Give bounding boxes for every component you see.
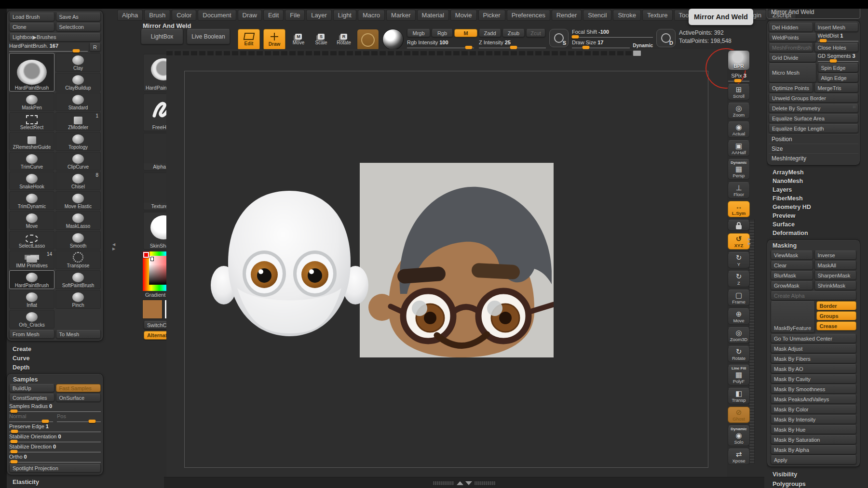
- ortho-slider[interactable]: Ortho0: [9, 454, 101, 464]
- masking-button[interactable]: Mask By Saturation: [771, 435, 856, 444]
- focal-shift-icon-button[interactable]: S: [549, 29, 569, 47]
- rgb-button[interactable]: Rgb: [432, 29, 453, 37]
- masking-title[interactable]: Masking: [771, 242, 856, 250]
- masking-button[interactable]: Mask PeaksAndValleys: [771, 395, 856, 404]
- shelf-button[interactable]: ↻ Y: [728, 252, 750, 268]
- grow-mask-button[interactable]: GrowMask: [771, 281, 813, 290]
- move-button[interactable]: M Move: [289, 29, 308, 50]
- clone-button[interactable]: Clone: [9, 23, 54, 31]
- section-header[interactable]: ArrayMesh: [767, 168, 860, 177]
- left-tray-divider-arrows[interactable]: ◀▶: [112, 242, 115, 251]
- section-header[interactable]: Geometry HD: [767, 203, 860, 211]
- shelf-button[interactable]: ⊕ Move: [728, 308, 750, 325]
- zsub-button[interactable]: Zsub: [502, 29, 525, 37]
- spin-edge-button[interactable]: Spin Edge: [818, 63, 859, 72]
- brush-item[interactable]: Transpose: [55, 251, 101, 269]
- brush-item[interactable]: TrimCurve: [9, 152, 54, 171]
- stabilize-orientation-slider[interactable]: Stabilize Orientation0: [9, 434, 101, 444]
- preserve-edge-slider[interactable]: Preserve Edge1: [9, 423, 101, 434]
- menu-item[interactable]: Texture: [642, 10, 673, 21]
- samples-title[interactable]: Samples: [9, 376, 101, 383]
- unweld-groups-border-button[interactable]: Unweld Groups Border: [769, 93, 858, 103]
- sharpen-mask-button[interactable]: SharpenMask: [814, 271, 857, 280]
- masking-button[interactable]: Mask Adjust: [771, 344, 856, 353]
- menu-item[interactable]: Layer: [306, 10, 332, 21]
- primary-color-swatch[interactable]: [142, 300, 163, 319]
- menu-item[interactable]: Edit: [263, 10, 284, 21]
- brush-item[interactable]: ZRemesherGuide: [9, 132, 54, 151]
- menu-item[interactable]: Stroke: [613, 10, 641, 21]
- z-intensity-slider[interactable]: Z Intensity25: [479, 40, 546, 48]
- from-mesh-button[interactable]: From Mesh: [9, 330, 54, 339]
- shrink-mask-button[interactable]: ShrinkMask: [814, 281, 857, 290]
- on-surface-button[interactable]: OnSurface: [56, 394, 101, 402]
- shelf-button[interactable]: ▣ AAHalf: [728, 140, 750, 157]
- menu-item[interactable]: Macro: [358, 10, 385, 21]
- menu-item[interactable]: Draw: [238, 10, 262, 21]
- masking-button[interactable]: Mask By Intensity: [771, 415, 856, 424]
- groups-button[interactable]: Groups: [816, 311, 857, 320]
- const-samples-button[interactable]: ConstSamples: [9, 394, 54, 402]
- brush-item[interactable]: SoftPaintBrush: [55, 270, 101, 289]
- section-header[interactable]: Visibility: [767, 470, 860, 479]
- mesh-from-brush-button[interactable]: MeshFromBrush: [769, 43, 813, 52]
- menu-item[interactable]: Picker: [478, 10, 505, 21]
- menu-item[interactable]: Movie: [450, 10, 477, 21]
- mrgb-button[interactable]: Mrgb: [407, 29, 430, 37]
- restore-config-button[interactable]: R: [89, 43, 101, 52]
- brush-item[interactable]: Smooth: [55, 231, 101, 250]
- brush-item[interactable]: SelectRect: [9, 112, 54, 131]
- shelf-button[interactable]: ◎ Zoom: [728, 103, 750, 119]
- brush-item[interactable]: ClayBuildup: [55, 73, 101, 92]
- optimize-points-button[interactable]: Optimize Points: [769, 83, 813, 92]
- material-preview-button[interactable]: [382, 29, 404, 50]
- brush-item[interactable]: Inflat: [9, 290, 54, 309]
- shelf-button[interactable]: Line Fill ▦ PolyF: [728, 365, 750, 385]
- stabilize-direction-slider[interactable]: Stabilize Direction0: [9, 444, 101, 454]
- section-header[interactable]: Depth: [7, 363, 103, 372]
- menu-item[interactable]: Material: [417, 10, 449, 21]
- gd-segments-slider[interactable]: GD Segments3: [818, 53, 859, 62]
- insert-mesh-button[interactable]: Insert Mesh: [814, 23, 859, 32]
- border-button[interactable]: Border: [816, 301, 857, 310]
- del-hidden-button[interactable]: Del Hidden: [769, 23, 813, 32]
- spotlight-projection-button[interactable]: Spotlight Projection: [9, 464, 101, 473]
- menu-item[interactable]: Brush: [144, 10, 170, 21]
- section-header[interactable]: FiberMesh: [767, 194, 860, 203]
- brush-item[interactable]: 8 Chisel: [55, 171, 101, 190]
- brush-item[interactable]: Clay: [55, 53, 101, 72]
- section-header[interactable]: Create: [7, 344, 103, 354]
- zadd-button[interactable]: Zadd: [479, 29, 501, 37]
- section-header[interactable]: Layers: [767, 185, 860, 194]
- spix-slider[interactable]: SPix3: [728, 73, 749, 81]
- dynamic-draw-size-icon-button[interactable]: D: [656, 29, 676, 47]
- draw-button[interactable]: Draw: [263, 29, 285, 50]
- brush-item[interactable]: Standard: [55, 92, 101, 111]
- weld-points-button[interactable]: WeldPoints: [769, 33, 816, 42]
- shelf-button[interactable]: ↔ L.Sym: [728, 201, 750, 217]
- menu-item[interactable]: Color: [172, 10, 196, 21]
- focal-shift-slider[interactable]: Focal Shift-100: [572, 29, 653, 38]
- pos-slider[interactable]: Pos: [57, 413, 101, 423]
- menu-item[interactable]: Light: [333, 10, 356, 21]
- bpr-render-button[interactable]: BPR: [728, 50, 750, 70]
- mask-all-button[interactable]: MaskAll: [814, 261, 857, 270]
- shelf-button[interactable]: ⊥ Floor: [728, 182, 750, 198]
- brush-item[interactable]: Move: [9, 211, 54, 230]
- shelf-button[interactable]: Dynamic ▦ Persp: [728, 159, 750, 180]
- tray-drag-handle[interactable]: [474, 481, 496, 486]
- buildup-button[interactable]: BuildUp: [9, 384, 54, 392]
- masking-button[interactable]: Mask By Hue: [771, 425, 856, 434]
- shelf-button[interactable]: [728, 220, 750, 231]
- normal-slider[interactable]: Normal: [9, 413, 53, 423]
- brush-item[interactable]: 14 IMM Primitives: [9, 251, 54, 269]
- load-brush-button[interactable]: Load Brush: [9, 13, 54, 21]
- brush-item[interactable]: Move Elastic: [55, 191, 101, 210]
- menu-item[interactable]: Render: [552, 10, 582, 21]
- shelf-button[interactable]: ▢ Frame: [728, 290, 750, 306]
- grid-divide-button[interactable]: Grid Divide: [769, 53, 816, 62]
- samples-radius-slider[interactable]: Samples Radius0: [9, 403, 101, 413]
- canvas-scrollbar-handle[interactable]: [633, 51, 641, 56]
- menu-item[interactable]: Marker: [386, 10, 415, 21]
- weld-dist-slider[interactable]: WeldDist1: [818, 33, 859, 42]
